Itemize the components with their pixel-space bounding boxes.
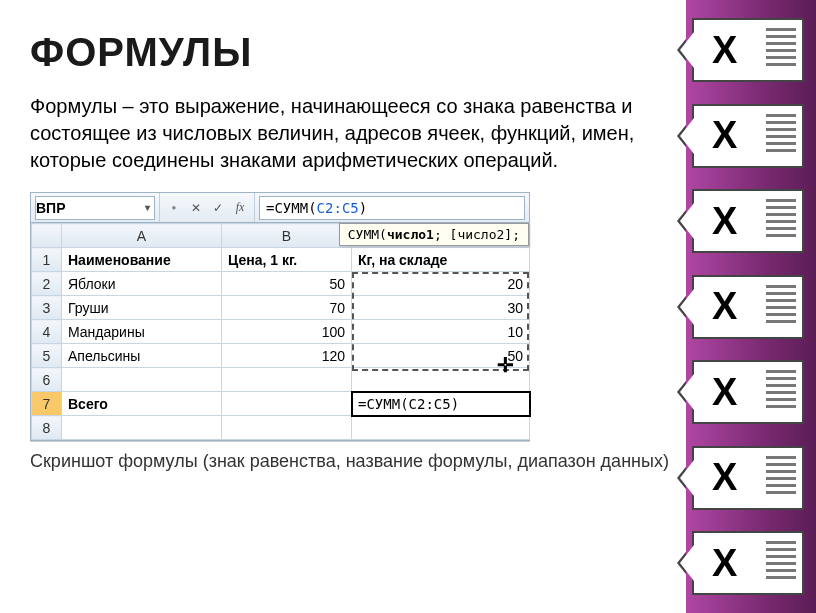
cell[interactable] bbox=[222, 392, 352, 416]
row-header[interactable]: 8 bbox=[32, 416, 62, 440]
page-title: ФОРМУЛЫ bbox=[30, 30, 676, 75]
row-header[interactable]: 4 bbox=[32, 320, 62, 344]
table-row: 4 Мандарины 100 10 bbox=[32, 320, 530, 344]
formula-eq: = bbox=[266, 200, 274, 216]
col-header-A[interactable]: A bbox=[62, 224, 222, 248]
row-header[interactable]: 7 bbox=[32, 392, 62, 416]
cell[interactable]: Апельсины bbox=[62, 344, 222, 368]
tooltip-fn: СУММ( bbox=[348, 227, 387, 242]
cell[interactable] bbox=[352, 416, 530, 440]
cancel-icon[interactable]: ✕ bbox=[188, 200, 204, 216]
x-icon: X bbox=[712, 371, 737, 414]
cell[interactable]: 20 bbox=[352, 272, 530, 296]
thumbnail-item[interactable]: X bbox=[692, 275, 804, 339]
table-row: 2 Яблоки 50 20 bbox=[32, 272, 530, 296]
row-header[interactable]: 1 bbox=[32, 248, 62, 272]
cell[interactable]: Яблоки bbox=[62, 272, 222, 296]
description-text: Формулы – это выражение, начинающееся со… bbox=[30, 93, 676, 174]
row-header[interactable]: 2 bbox=[32, 272, 62, 296]
table-row: 6 bbox=[32, 368, 530, 392]
tooltip-arg1: число1 bbox=[387, 227, 434, 242]
thumbnail-item[interactable]: X bbox=[692, 104, 804, 168]
cell[interactable] bbox=[62, 368, 222, 392]
thumbnail-item[interactable]: X bbox=[692, 360, 804, 424]
row-header[interactable]: 5 bbox=[32, 344, 62, 368]
function-tooltip: СУММ(число1; [число2]; bbox=[339, 223, 529, 246]
cell[interactable]: 100 bbox=[222, 320, 352, 344]
excel-screenshot: ВПР ▾ ● ✕ ✓ fx =СУММ(C2:C5) СУММ(число1;… bbox=[30, 192, 530, 441]
fx-icon[interactable]: fx bbox=[232, 200, 248, 216]
cell[interactable]: Кг, на складе bbox=[352, 248, 530, 272]
name-box-dropdown-icon[interactable]: ▾ bbox=[145, 202, 150, 213]
thumbnail-item[interactable]: X bbox=[692, 531, 804, 595]
circle-icon: ● bbox=[166, 200, 182, 216]
name-box-value: ВПР bbox=[36, 200, 66, 216]
cell[interactable]: Груши bbox=[62, 296, 222, 320]
row-header[interactable]: 3 bbox=[32, 296, 62, 320]
caption-text: Скриншот формулы (знак равенства, назван… bbox=[30, 451, 676, 472]
table-row: 8 bbox=[32, 416, 530, 440]
cell[interactable]: Цена, 1 кг. bbox=[222, 248, 352, 272]
cell[interactable]: 50 bbox=[222, 272, 352, 296]
x-icon: X bbox=[712, 456, 737, 499]
cell[interactable] bbox=[352, 368, 530, 392]
row-header[interactable]: 6 bbox=[32, 368, 62, 392]
col-header-B[interactable]: B bbox=[222, 224, 352, 248]
enter-icon[interactable]: ✓ bbox=[210, 200, 226, 216]
thumbnail-item[interactable]: X bbox=[692, 446, 804, 510]
cell[interactable]: Мандарины bbox=[62, 320, 222, 344]
table-row: 7 Всего =СУММ(C2:C5) bbox=[32, 392, 530, 416]
active-cell[interactable]: =СУММ(C2:C5) bbox=[352, 392, 530, 416]
table-row: 1 Наименование Цена, 1 кг. Кг, на складе bbox=[32, 248, 530, 272]
cell[interactable] bbox=[222, 368, 352, 392]
thumbnail-item[interactable]: X bbox=[692, 189, 804, 253]
cell[interactable]: 10 bbox=[352, 320, 530, 344]
select-all-corner[interactable] bbox=[32, 224, 62, 248]
name-box[interactable]: ВПР ▾ bbox=[35, 196, 155, 220]
x-icon: X bbox=[712, 29, 737, 72]
x-icon: X bbox=[712, 200, 737, 243]
thumbnail-item[interactable]: X bbox=[692, 18, 804, 82]
cell[interactable]: 70 bbox=[222, 296, 352, 320]
cell[interactable]: 120 bbox=[222, 344, 352, 368]
side-thumbnails: X X X X X X X bbox=[686, 0, 816, 613]
cell[interactable]: 30 bbox=[352, 296, 530, 320]
formula-fn: СУММ( bbox=[274, 200, 316, 216]
cell[interactable] bbox=[62, 416, 222, 440]
formula-range: C2:C5 bbox=[317, 200, 359, 216]
cell[interactable]: 50 bbox=[352, 344, 530, 368]
x-icon: X bbox=[712, 285, 737, 328]
spreadsheet-grid[interactable]: A B C 1 Наименование Цена, 1 кг. Кг, на … bbox=[31, 223, 530, 440]
formula-input[interactable]: =СУММ(C2:C5) bbox=[259, 196, 525, 220]
formula-close: ) bbox=[359, 200, 367, 216]
x-icon: X bbox=[712, 542, 737, 585]
cell[interactable]: Всего bbox=[62, 392, 222, 416]
cell[interactable]: Наименование bbox=[62, 248, 222, 272]
cell[interactable] bbox=[222, 416, 352, 440]
table-row: 5 Апельсины 120 50 bbox=[32, 344, 530, 368]
formula-bar: ВПР ▾ ● ✕ ✓ fx =СУММ(C2:C5) bbox=[31, 193, 529, 223]
x-icon: X bbox=[712, 114, 737, 157]
table-row: 3 Груши 70 30 bbox=[32, 296, 530, 320]
tooltip-rest: ; [число2]; bbox=[434, 227, 520, 242]
